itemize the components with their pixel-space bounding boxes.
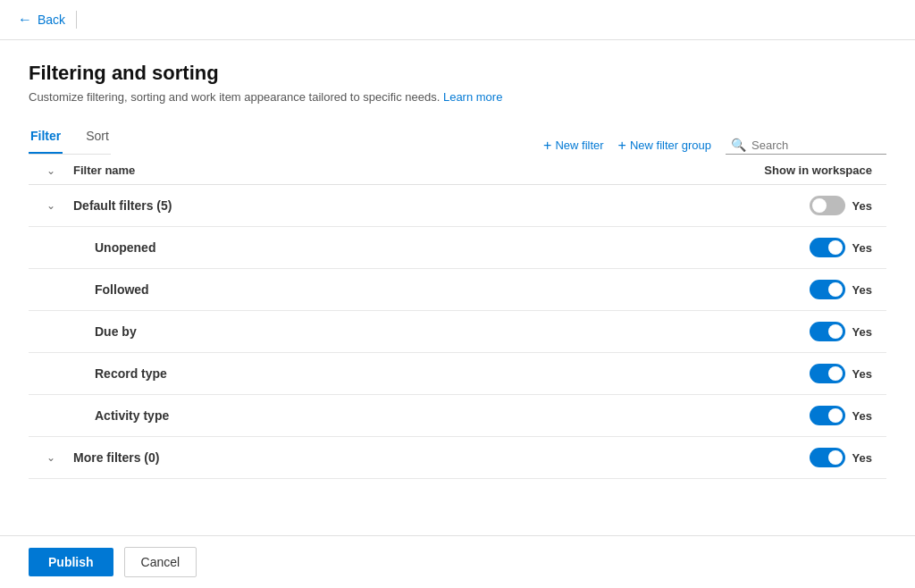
- new-filter-group-label: New filter group: [630, 139, 711, 152]
- more-filters-label: More filters (0): [73, 450, 726, 465]
- back-button[interactable]: ← Back: [18, 12, 65, 28]
- unopened-toggle[interactable]: [810, 238, 845, 257]
- tab-sort[interactable]: Sort: [84, 122, 111, 154]
- subtitle-text: Customize filtering, sorting and work it…: [29, 90, 440, 104]
- tab-bar: Filter Sort: [29, 122, 111, 155]
- main-content: Filtering and sorting Customize filterin…: [0, 40, 915, 479]
- back-label: Back: [38, 13, 65, 27]
- unopened-slider: [810, 238, 845, 257]
- search-input[interactable]: [751, 139, 881, 152]
- search-box[interactable]: 🔍: [726, 136, 886, 155]
- more-toggle-label: Yes: [852, 451, 872, 465]
- row-activity-type: Activity type Yes: [29, 395, 886, 437]
- collapse-default-icon[interactable]: ⌄: [46, 199, 55, 212]
- default-filters-toggle[interactable]: [810, 196, 845, 215]
- table-header: ⌄ Filter name Show in workspace: [29, 155, 886, 185]
- publish-button[interactable]: Publish: [29, 548, 113, 576]
- back-arrow-icon: ←: [18, 12, 32, 28]
- record-type-slider: [810, 364, 845, 383]
- followed-slider: [810, 280, 845, 299]
- plus-icon-group: +: [618, 138, 626, 154]
- default-filters-label: Default filters (5): [73, 198, 726, 213]
- collapse-all-icon[interactable]: ⌄: [46, 164, 55, 177]
- plus-icon: +: [543, 138, 551, 154]
- page-subtitle: Customize filtering, sorting and work it…: [29, 90, 886, 104]
- cancel-button[interactable]: Cancel: [124, 547, 197, 577]
- record-type-toggle-label: Yes: [852, 367, 872, 381]
- row-record-type: Record type Yes: [29, 353, 886, 395]
- group-more-filters: ⌄ More filters (0) Yes: [29, 437, 886, 479]
- search-icon: 🔍: [731, 138, 746, 152]
- followed-label: Followed: [95, 282, 726, 297]
- followed-toggle-label: Yes: [852, 283, 872, 297]
- due-by-label: Due by: [95, 324, 726, 339]
- activity-type-toggle[interactable]: [810, 406, 845, 425]
- default-toggle-slider: [810, 196, 845, 215]
- page-title: Filtering and sorting: [29, 62, 886, 85]
- activity-type-slider: [810, 406, 845, 425]
- row-followed: Followed Yes: [29, 269, 886, 311]
- activity-type-toggle-label: Yes: [852, 409, 872, 423]
- top-bar: ← Back: [0, 0, 915, 40]
- record-type-toggle[interactable]: [810, 364, 845, 383]
- new-filter-label: New filter: [555, 139, 603, 152]
- due-by-slider: [810, 322, 845, 341]
- col-filter-name-header: Filter name: [73, 164, 726, 177]
- row-due-by: Due by Yes: [29, 311, 886, 353]
- default-toggle-label: Yes: [852, 199, 872, 213]
- followed-toggle[interactable]: [810, 280, 845, 299]
- due-by-toggle[interactable]: [810, 322, 845, 341]
- new-filter-button[interactable]: + New filter: [543, 138, 604, 154]
- header-divider: [76, 11, 77, 29]
- due-by-toggle-label: Yes: [852, 325, 872, 339]
- col-toggle-header: Show in workspace: [726, 164, 886, 177]
- collapse-more-icon[interactable]: ⌄: [46, 451, 55, 464]
- more-filters-toggle[interactable]: [810, 448, 845, 467]
- activity-type-label: Activity type: [95, 408, 726, 423]
- toolbar-actions: + New filter + New filter group 🔍: [543, 136, 886, 155]
- row-unopened: Unopened Yes: [29, 227, 886, 269]
- record-type-label: Record type: [95, 366, 726, 381]
- unopened-toggle-label: Yes: [852, 241, 872, 255]
- group-default-filters: ⌄ Default filters (5) Yes: [29, 185, 886, 227]
- bottom-bar: Publish Cancel: [0, 535, 915, 588]
- unopened-label: Unopened: [95, 240, 726, 255]
- new-filter-group-button[interactable]: + New filter group: [618, 138, 711, 154]
- more-toggle-slider: [810, 448, 845, 467]
- learn-more-link[interactable]: Learn more: [443, 90, 502, 104]
- tab-filter[interactable]: Filter: [29, 122, 63, 154]
